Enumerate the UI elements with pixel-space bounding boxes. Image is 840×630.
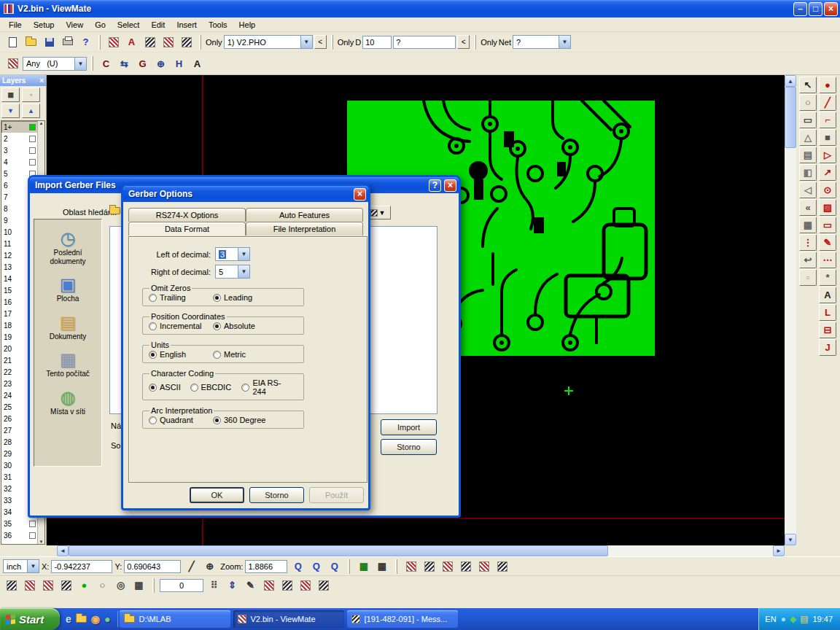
place-network-places[interactable]: ◍Místa v síti [35, 389, 101, 416]
layers-panel-titlebar[interactable]: Layers × [0, 75, 46, 86]
open-file-button[interactable] [23, 34, 39, 50]
origin-button[interactable]: ⊕ [201, 559, 218, 575]
chevron-down-icon[interactable]: ▼ [559, 36, 570, 48]
box-minus-tool[interactable]: ⊟ [819, 322, 836, 338]
film-4-button[interactable] [457, 559, 474, 575]
layer-visibility-checkbox[interactable] [29, 521, 36, 527]
gerber-dialog-titlebar[interactable]: Gerber Options × [123, 186, 368, 202]
notes-tray-icon[interactable]: ▤ [800, 614, 808, 624]
horizontal-scroll-thumb[interactable] [69, 545, 608, 556]
radio-ascii[interactable]: ASCII [149, 383, 182, 392]
layers-table-button[interactable]: ▦ [1, 88, 20, 102]
rotate-tool[interactable]: ↩ [799, 252, 817, 268]
zoom-all-button[interactable]: Q [326, 559, 343, 575]
grid-style-button[interactable]: ▦ [373, 559, 390, 575]
selection-type-combo[interactable]: Any (U) ▼ [23, 57, 87, 71]
film-2-button[interactable] [421, 559, 438, 575]
film-1-button[interactable] [402, 559, 419, 575]
menu-tools[interactable]: Tools [203, 19, 233, 31]
scroll-down-icon[interactable]: ▼ [785, 534, 796, 545]
x-coordinate-field[interactable]: -0.942237 [51, 560, 112, 573]
pointer-tool[interactable]: ↖ [799, 77, 817, 93]
scroll-right-icon[interactable]: ► [773, 545, 785, 556]
close-button[interactable]: × [824, 2, 838, 16]
import-button[interactable]: Import [381, 419, 437, 435]
triangle-tool[interactable]: △ [799, 129, 817, 146]
j-shape-tool[interactable]: J [819, 339, 836, 356]
language-indicator[interactable]: EN [765, 615, 776, 623]
radio-absolute[interactable]: Absolute [213, 322, 277, 330]
negative-button[interactable] [39, 578, 56, 594]
menu-setup[interactable]: Setup [28, 19, 61, 31]
text-tool[interactable]: A [189, 55, 206, 71]
tab-file-interpretation[interactable]: File Interpretation [246, 222, 363, 236]
new-file-button[interactable] [4, 34, 21, 50]
layer-visibility-checkbox[interactable] [29, 147, 36, 154]
rotation-field[interactable]: 0 [160, 579, 203, 592]
taskbar-task-d-mlab[interactable]: D:\MLAB [120, 610, 230, 628]
layer-visibility-checkbox[interactable] [29, 136, 36, 142]
radio-360-degree[interactable]: 360 Degree [213, 416, 277, 424]
horizontal-scrollbar[interactable]: ◄ ► [57, 545, 785, 556]
cancel-button[interactable]: Storno [249, 487, 304, 503]
help-button[interactable]: ? [429, 179, 441, 192]
select-circle-tool[interactable]: ○ [799, 94, 817, 111]
layer-fil-combo[interactable]: 1) V2.PHO ▼ [224, 35, 313, 49]
net-combo[interactable]: ? ▼ [513, 35, 571, 49]
dcode-query-input[interactable]: ? [393, 36, 456, 49]
right-of-decimal-combo[interactable]: 5 ▼ [215, 265, 250, 279]
units-combo[interactable]: inch ▼ [3, 559, 39, 573]
chart-view-button[interactable] [178, 34, 195, 50]
half-fill-tool[interactable]: ◧ [799, 164, 817, 181]
messenger-tray-icon[interactable]: ● [781, 614, 786, 624]
gerber-tool[interactable]: G [134, 55, 151, 71]
swap-tool[interactable]: ⇆ [116, 55, 133, 71]
zoom-field[interactable]: 1.8866 [245, 560, 287, 573]
scroll-left-icon[interactable]: ◄ [57, 545, 69, 556]
zoom-window-button[interactable]: Q [308, 559, 324, 575]
save-button[interactable] [41, 34, 58, 50]
select-pattern-button[interactable] [105, 34, 122, 50]
vertical-scrollbar[interactable]: ▲ ▼ [785, 75, 796, 545]
radio-quadrant[interactable]: Quadrant [149, 416, 213, 424]
l-shape-tool[interactable]: L [819, 304, 836, 321]
grid-view-tool[interactable]: ▦ [799, 217, 817, 233]
fill-tool[interactable]: ■ [819, 129, 836, 146]
sketch-button[interactable]: ✎ [242, 578, 259, 594]
browser-icon[interactable]: ● [104, 614, 110, 624]
select-rect-tool[interactable]: ▭ [799, 112, 817, 128]
shield-tray-icon[interactable]: ◆ [790, 614, 796, 624]
tab-rs274-x-options[interactable]: RS274-X Options [128, 208, 246, 222]
place-desktop[interactable]: ▣Plocha [35, 276, 101, 303]
film-6-button[interactable] [494, 559, 510, 575]
radio-ebcdic[interactable]: EBCDIC [190, 383, 233, 392]
mirror-tool[interactable]: ◁ [799, 182, 817, 198]
dcode-input[interactable]: 10 [362, 36, 392, 49]
zoom-in-button[interactable]: Q [289, 559, 306, 575]
pad-a-button[interactable] [260, 578, 277, 594]
layer-down-button[interactable]: ▼ [1, 104, 20, 118]
dots-tool[interactable]: ⋮ [799, 234, 817, 251]
grid-on-button[interactable]: ▦ [355, 559, 372, 575]
dot-matrix-button[interactable]: ⠿ [206, 578, 222, 594]
layer-visibility-checkbox[interactable] [29, 124, 36, 131]
menu-edit[interactable]: Edit [145, 19, 171, 31]
step-back-tool[interactable]: « [799, 199, 817, 216]
menu-select[interactable]: Select [112, 19, 146, 31]
chevron-down-icon[interactable]: ▼ [238, 265, 249, 278]
layer-visibility-checkbox[interactable] [29, 159, 36, 166]
radio-trailing[interactable]: Trailing [149, 293, 213, 302]
text-a-tool[interactable]: A [819, 287, 836, 303]
minimize-button[interactable]: – [793, 2, 807, 16]
component-tool[interactable]: C [98, 55, 114, 71]
radio-leading[interactable]: Leading [213, 293, 277, 302]
maximize-button[interactable]: □ [809, 2, 822, 16]
only-net-label[interactable]: Only [481, 38, 497, 47]
rows-tool[interactable]: ▤ [799, 147, 817, 163]
layers-film-button[interactable] [21, 578, 38, 594]
draw-tool[interactable]: ✎ [819, 234, 836, 251]
chevron-down-icon[interactable]: ▼ [74, 58, 86, 70]
corner-tool[interactable]: ⌐ [819, 112, 836, 128]
center-tool[interactable]: ⊕ [152, 55, 169, 71]
settings-tool[interactable]: * [819, 269, 836, 286]
